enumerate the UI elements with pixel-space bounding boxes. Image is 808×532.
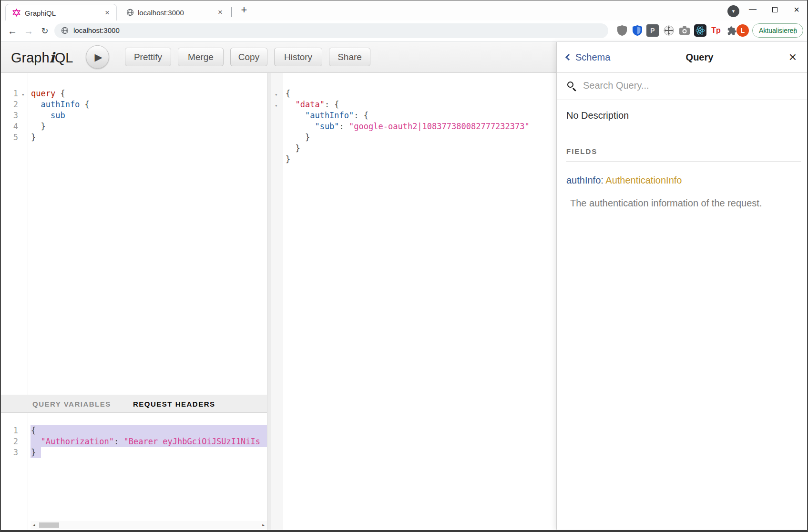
- horizontal-scrollbar[interactable]: ◄ ►: [31, 521, 267, 529]
- doc-back-label: Schema: [575, 52, 610, 63]
- doc-no-description: No Description: [566, 110, 629, 121]
- scroll-right-arrow-icon[interactable]: ►: [260, 521, 267, 529]
- line-number: 2: [1, 99, 18, 110]
- browser-menu-caret-icon[interactable]: ▾: [727, 5, 739, 17]
- doc-explorer-header: Schema Query ×: [557, 42, 808, 73]
- scrollbar-thumb[interactable]: [39, 522, 59, 528]
- url-text[interactable]: localhost:3000: [73, 26, 120, 34]
- code-line: authInfo {: [31, 99, 90, 110]
- gutter-divider: [28, 73, 28, 395]
- doc-search-placeholder: Search Query...: [583, 80, 649, 91]
- window-close-button[interactable]: ×: [789, 4, 804, 16]
- doc-back-link[interactable]: Schema: [566, 52, 610, 63]
- line-number: 3: [1, 447, 18, 458]
- code-line: }: [286, 132, 310, 143]
- tab-separator: [231, 7, 232, 17]
- address-bar[interactable]: localhost:3000: [54, 23, 608, 38]
- globe-icon: [126, 9, 134, 16]
- history-button[interactable]: History: [274, 48, 322, 66]
- execute-query-button[interactable]: ▶: [86, 45, 109, 69]
- browser-navbar: ← → ↻ localhost:3000 P Tp L: [1, 20, 807, 41]
- code-line: "data": {: [286, 99, 339, 110]
- graphiql-toolbar: GraphiQL ▶ Prettify Merge Copy History S…: [1, 42, 556, 73]
- tab-title: localhost:3000: [138, 9, 184, 17]
- fold-arrow-icon[interactable]: ▾: [275, 89, 278, 100]
- tab-graphiql[interactable]: GraphiQL ×: [5, 4, 117, 20]
- code-line: {: [286, 88, 290, 99]
- profile-avatar[interactable]: L: [736, 24, 749, 37]
- window-minimize-button[interactable]: —: [746, 4, 760, 16]
- merge-button[interactable]: Merge: [178, 48, 224, 66]
- tab-close-icon[interactable]: ×: [218, 8, 223, 17]
- field-name-link[interactable]: authInfo: [566, 175, 601, 185]
- tab-request-headers[interactable]: REQUEST HEADERS: [133, 400, 215, 408]
- code-line: query {: [31, 88, 65, 99]
- code-line: }: [31, 132, 36, 143]
- fold-arrow-icon[interactable]: ▾: [21, 89, 25, 100]
- prettify-button[interactable]: Prettify: [125, 48, 171, 66]
- new-tab-button[interactable]: +: [237, 3, 251, 17]
- screenshot-camera-extension-icon[interactable]: [678, 24, 691, 37]
- chevron-left-icon: [565, 54, 572, 61]
- browser-titlebar: GraphiQL × localhost:3000 × + ▾ — ×: [1, 0, 807, 20]
- share-button[interactable]: Share: [329, 48, 370, 66]
- update-chrome-button[interactable]: Aktualisieren ⋮: [752, 23, 803, 38]
- text-selection-highlight: [31, 425, 267, 436]
- maximize-icon: [772, 7, 777, 12]
- search-icon: [567, 82, 573, 88]
- doc-field-item: authInfo: AuthenticationInfo: [566, 175, 682, 186]
- graphiql-logo: GraphiQL: [11, 50, 73, 66]
- code-line: "sub": "google-oauth2|108377380082777232…: [286, 121, 530, 132]
- request-headers-editor[interactable]: 1 2 3 { "Authorization": "Bearer eyJhbGc…: [1, 413, 267, 530]
- fold-gutter: [271, 73, 283, 530]
- reload-button[interactable]: ↻: [37, 23, 52, 39]
- photopea-extension-icon[interactable]: P: [646, 24, 659, 37]
- gutter-divider: [28, 413, 28, 530]
- forward-button[interactable]: →: [21, 23, 36, 39]
- tampermonkey-extension-icon[interactable]: Tp: [710, 24, 722, 37]
- code-line: sub: [31, 110, 65, 121]
- query-editor[interactable]: 1 2 3 4 5 ▾ query { authInfo { sub } }: [1, 73, 267, 395]
- code-line: }: [286, 143, 300, 154]
- doc-close-button[interactable]: ×: [789, 52, 797, 62]
- field-colon: :: [601, 175, 603, 185]
- scroll-left-arrow-icon[interactable]: ◄: [31, 521, 37, 529]
- browser-window: GraphiQL × localhost:3000 × + ▾ — × ← → …: [0, 0, 808, 532]
- line-number: 1: [1, 88, 18, 99]
- tab-localhost[interactable]: localhost:3000 ×: [118, 4, 230, 20]
- result-viewer[interactable]: ▾ ▾ { "data": { "authInfo": { "sub": "go…: [271, 73, 556, 530]
- move-tool-extension-icon[interactable]: [663, 24, 675, 37]
- ublock-extension-icon[interactable]: [616, 24, 628, 37]
- code-line: "Authorization": "Bearer eyJhbGciOiJSUzI…: [31, 436, 260, 447]
- browser-menu-kebab-icon[interactable]: ⋮: [791, 24, 798, 37]
- tab-query-variables[interactable]: QUERY VARIABLES: [32, 400, 111, 408]
- fields-divider: [566, 161, 801, 162]
- code-line: "authInfo": {: [286, 110, 368, 121]
- line-number: 5: [1, 132, 18, 143]
- tab-close-icon[interactable]: ×: [105, 8, 110, 18]
- line-number: 3: [1, 110, 18, 121]
- window-maximize-button[interactable]: [767, 4, 782, 16]
- line-number: 1: [1, 425, 18, 436]
- copy-button[interactable]: Copy: [230, 48, 267, 66]
- code-line: }: [31, 447, 36, 458]
- tab-title: GraphiQL: [25, 9, 56, 17]
- react-devtools-extension-icon[interactable]: [694, 24, 706, 37]
- pane-resize-divider[interactable]: [267, 73, 271, 530]
- field-description: The authentication information of the re…: [570, 198, 762, 209]
- site-info-globe-icon[interactable]: [61, 27, 69, 34]
- doc-search-box[interactable]: Search Query...: [557, 73, 808, 100]
- doc-title: Query: [610, 52, 788, 63]
- code-line: }: [286, 154, 290, 165]
- secondary-editor-tabbar: QUERY VARIABLES REQUEST HEADERS: [1, 395, 267, 413]
- play-icon: ▶: [94, 51, 102, 62]
- field-type-link[interactable]: AuthenticationInfo: [605, 175, 682, 185]
- line-number: 2: [1, 436, 18, 447]
- graphql-logo-icon: [12, 9, 20, 17]
- back-button[interactable]: ←: [5, 23, 20, 39]
- bitwarden-extension-icon[interactable]: [631, 24, 644, 37]
- code-line: }: [31, 121, 46, 132]
- fold-arrow-icon[interactable]: ▾: [275, 100, 278, 111]
- line-number: 4: [1, 121, 18, 132]
- code-line: {: [31, 425, 36, 436]
